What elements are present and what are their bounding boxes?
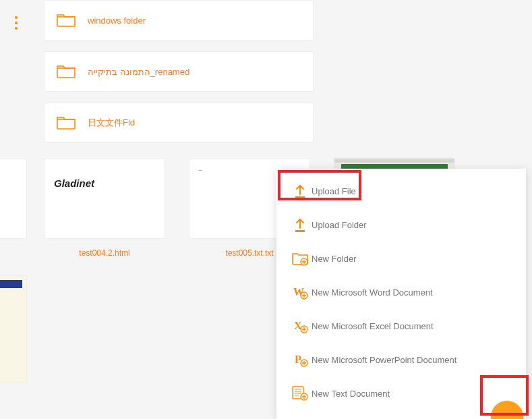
folder-row[interactable]: windows folder — [44, 0, 314, 40]
folder-label: windows folder — [88, 16, 146, 26]
powerpoint-icon: P — [289, 352, 312, 367]
menu-item-label: New Folder — [312, 254, 356, 264]
excel-icon: X — [289, 318, 312, 333]
upload-file-icon — [289, 183, 312, 199]
folder-label: 日文文件Fld — [88, 117, 135, 129]
folder-row[interactable]: 日文文件Fld — [44, 103, 314, 143]
more-options-button[interactable] — [11, 13, 24, 34]
context-menu: Upload File Upload Folder New Folder W — [276, 169, 526, 419]
menu-item-label: New Microsoft PowerPoint Document — [312, 355, 456, 365]
new-powerpoint-menu-item[interactable]: P New Microsoft PowerPoint Document — [276, 343, 526, 376]
folder-icon — [57, 63, 76, 80]
menu-item-label: Upload Folder — [312, 220, 367, 230]
menu-item-label: Upload File — [312, 186, 356, 196]
new-excel-menu-item[interactable]: X New Microsoft Excel Document — [276, 309, 526, 343]
menu-item-label: New Microsoft Excel Document — [312, 321, 434, 331]
menu-item-label: New Microsoft Word Document — [312, 287, 433, 298]
menu-item-label: New Text Document — [312, 389, 390, 399]
file-thumb: Gladinet — [44, 158, 165, 239]
svg-point-2 — [15, 27, 18, 30]
file-tile[interactable] — [0, 158, 27, 248]
file-thumb — [0, 158, 27, 239]
svg-point-0 — [15, 16, 18, 19]
new-folder-menu-item[interactable]: New Folder — [276, 242, 526, 275]
new-text-menu-item[interactable]: New Text Document — [276, 376, 526, 410]
svg-rect-3 — [295, 196, 305, 198]
new-word-menu-item[interactable]: W New Microsoft Word Document — [276, 275, 526, 309]
svg-point-1 — [15, 22, 18, 24]
text-doc-icon — [289, 386, 312, 401]
folder-icon — [57, 115, 76, 132]
upload-folder-icon — [289, 217, 312, 233]
file-caption — [0, 239, 27, 248]
folder-row[interactable]: התמונה בתיקייה_renamed — [44, 51, 314, 92]
folder-icon — [57, 12, 76, 29]
folder-label: התמונה בתיקייה_renamed — [88, 67, 189, 77]
thumb-text: – — [199, 167, 202, 173]
upload-folder-menu-item[interactable]: Upload Folder — [276, 208, 526, 242]
upload-file-menu-item[interactable]: Upload File — [276, 174, 526, 208]
new-folder-icon — [289, 251, 312, 266]
file-caption: test004.2.html — [44, 239, 165, 258]
thumb-brand: Gladinet — [54, 177, 94, 189]
svg-rect-4 — [295, 230, 305, 232]
file-tile[interactable] — [0, 275, 27, 383]
file-tile[interactable]: Gladinet test004.2.html — [44, 158, 165, 258]
word-icon: W — [289, 285, 312, 300]
